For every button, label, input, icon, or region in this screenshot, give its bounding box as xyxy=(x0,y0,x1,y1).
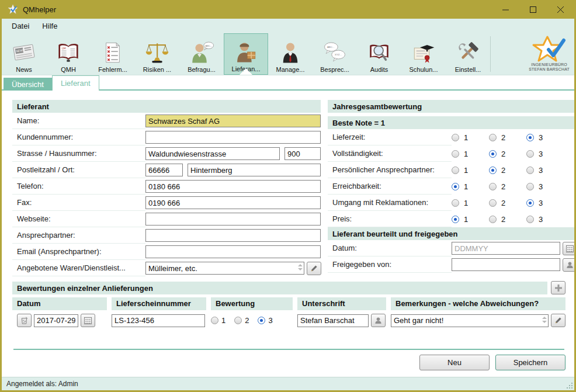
hausnummer-field[interactable] xyxy=(284,147,321,160)
erreichbarkeit-radio-group: 1 2 3 xyxy=(452,182,564,191)
supplier-section-header: Lieferant xyxy=(12,100,321,113)
toolbar: NEWS News QM QMH xyxy=(2,33,574,75)
delivery-date-field[interactable] xyxy=(34,314,78,327)
toolbar-item-label: Besprec... xyxy=(320,66,349,73)
toolbar-item-befragung[interactable]: ABC... Befragu... xyxy=(179,33,224,75)
radio-button[interactable] xyxy=(489,199,497,207)
toolbar-item-label: Lieferan... xyxy=(232,65,261,72)
column-header-unterschrift: Unterschrift xyxy=(297,297,386,310)
delete-delivery-button[interactable] xyxy=(17,314,32,327)
spinner-arrows-icon[interactable] xyxy=(298,264,303,270)
qm-handbook-icon: QM xyxy=(55,39,81,66)
radio-button[interactable] xyxy=(452,134,459,141)
radio-button[interactable] xyxy=(526,134,534,141)
add-delivery-button[interactable] xyxy=(551,281,565,294)
maximize-icon xyxy=(530,6,536,13)
radio-button[interactable] xyxy=(452,183,459,190)
toolbar-item-schulungen[interactable]: Schulun... xyxy=(401,33,446,75)
tab-uebersicht[interactable]: Übersicht xyxy=(4,78,52,91)
menu-datei[interactable]: Datei xyxy=(5,20,36,32)
plus-icon xyxy=(555,285,562,292)
waren-edit-button[interactable] xyxy=(307,262,321,275)
close-button[interactable] xyxy=(547,0,574,19)
column-header-lieferschein: Lieferscheinnummer xyxy=(112,297,206,310)
radio-button[interactable] xyxy=(489,216,497,223)
name-field[interactable] xyxy=(145,115,321,127)
toolbar-item-risiken[interactable]: Risiken ... xyxy=(135,33,179,75)
ort-field[interactable] xyxy=(188,164,321,176)
radio-button[interactable] xyxy=(489,150,497,158)
radio-button[interactable] xyxy=(211,317,218,324)
close-icon xyxy=(557,6,564,13)
menu-hilfe[interactable]: Hilfe xyxy=(36,20,64,32)
approval-datum-field[interactable] xyxy=(452,242,560,255)
fax-field[interactable] xyxy=(145,196,321,209)
toolbar-item-einstellungen[interactable]: Einstell... xyxy=(446,33,490,75)
radio-button[interactable] xyxy=(526,150,534,158)
toolbar-item-besprechungen[interactable]: ABC... XYZ... Besprec... xyxy=(313,33,357,75)
radio-button[interactable] xyxy=(234,317,242,324)
separator-line xyxy=(13,349,564,350)
toolbar-item-label: Einstell... xyxy=(455,66,481,73)
radio-button[interactable] xyxy=(526,183,534,190)
lieferschein-field[interactable] xyxy=(112,314,205,327)
resize-grip[interactable] xyxy=(566,382,573,389)
spinner-arrows-icon[interactable] xyxy=(542,317,547,323)
audit-book-icon xyxy=(366,39,392,66)
radio-button[interactable] xyxy=(489,166,497,174)
pencil-icon xyxy=(310,265,318,272)
person-icon xyxy=(374,317,382,324)
toolbar-item-lieferanten[interactable]: Lieferan... xyxy=(224,33,268,75)
radio-button[interactable] xyxy=(452,199,459,207)
toolbar-item-qmh[interactable]: QM QMH xyxy=(46,33,91,75)
erreichbarkeit-label: Erreichbarkeit: xyxy=(328,178,452,195)
manager-icon xyxy=(277,39,303,66)
radio-button[interactable] xyxy=(526,199,534,207)
calendar-icon xyxy=(84,317,92,324)
toolbar-item-label: Risiken ... xyxy=(143,66,171,73)
fax-label: Fax: xyxy=(12,195,145,211)
speichern-button[interactable]: Speichern xyxy=(495,355,565,370)
minimize-button[interactable] xyxy=(492,0,519,19)
plz-field[interactable] xyxy=(145,164,183,176)
radio-button[interactable] xyxy=(489,183,497,190)
plz-label: Postleitzahl / Ort: xyxy=(12,162,145,178)
radio-button[interactable] xyxy=(452,216,459,223)
radio-button[interactable] xyxy=(489,134,497,141)
bottom-actions: Neu Speichern xyxy=(12,349,565,377)
webseite-field[interactable] xyxy=(145,213,321,226)
neu-button[interactable]: Neu xyxy=(419,355,490,370)
strasse-field[interactable] xyxy=(145,147,280,160)
kundennummer-field[interactable] xyxy=(145,131,321,144)
toolbar-item-news[interactable]: NEWS News xyxy=(2,33,46,75)
supplier-delivery-icon xyxy=(233,39,259,65)
toolbar-item-audits[interactable]: Audits xyxy=(357,33,401,75)
ansprechpartner-radio-group: 1 2 3 xyxy=(452,166,564,175)
ansprechpartner-field[interactable] xyxy=(145,229,321,242)
radio-button[interactable] xyxy=(452,150,459,158)
vollstaendigkeit-label: Vollständigkeit: xyxy=(328,145,452,162)
unterschrift-user-button[interactable] xyxy=(371,314,386,327)
toolbar-item-fehler[interactable]: Fehlerm... xyxy=(91,33,135,75)
waren-field[interactable] xyxy=(145,262,304,275)
column-header-bewertung: Bewertung xyxy=(211,297,293,310)
radio-button[interactable] xyxy=(258,317,265,324)
delivery-calendar-button[interactable] xyxy=(81,314,95,327)
telefon-field[interactable] xyxy=(145,180,321,193)
unterschrift-field[interactable] xyxy=(297,314,369,327)
maximize-button[interactable] xyxy=(519,0,547,19)
radio-button[interactable] xyxy=(452,166,459,174)
pencil-icon xyxy=(554,317,562,324)
approval-calendar-button[interactable] xyxy=(563,242,574,255)
bemerkung-field[interactable] xyxy=(391,314,549,327)
tab-lieferant[interactable]: Lieferant xyxy=(52,75,99,91)
freigegeben-user-button[interactable] xyxy=(563,258,574,272)
toolbar-item-label: Audits xyxy=(370,66,388,73)
radio-button[interactable] xyxy=(526,166,534,174)
email-field[interactable] xyxy=(145,245,321,258)
webseite-label: Webseite: xyxy=(12,211,145,227)
radio-button[interactable] xyxy=(526,216,534,223)
freigegeben-field[interactable] xyxy=(452,258,560,271)
bemerkung-edit-button[interactable] xyxy=(551,314,565,327)
toolbar-item-management[interactable]: Manage... xyxy=(268,33,313,75)
